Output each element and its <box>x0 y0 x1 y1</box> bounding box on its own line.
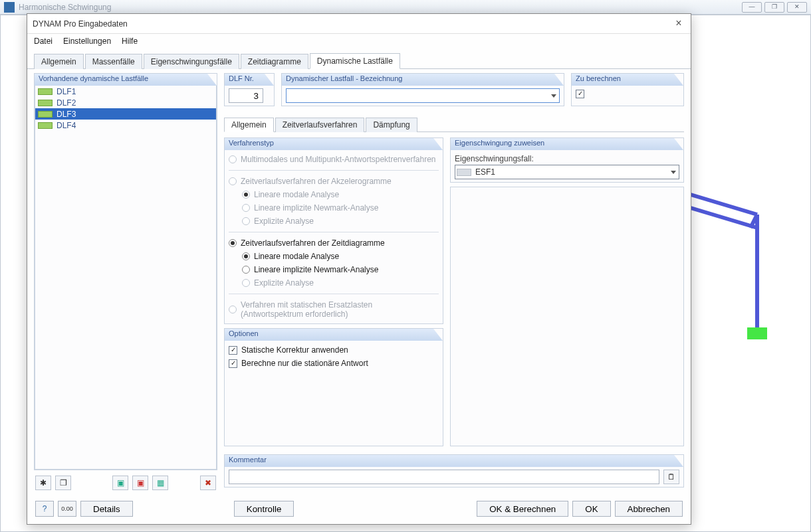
color-swatch-icon <box>457 169 471 176</box>
radio-icon <box>229 155 237 163</box>
list-item-dlf1[interactable]: DLF1 <box>35 86 216 97</box>
dynam-pro-dialog: DYNAM Pro Eingabedaten × Datei Einstellu… <box>27 13 691 525</box>
designation-combo[interactable] <box>286 88 560 103</box>
dialog-titlebar: DYNAM Pro Eingabedaten × <box>27 14 691 34</box>
checkbox-icon <box>229 359 237 368</box>
radio-zd-explicit: Explizite Analyse <box>229 276 439 290</box>
radio-ersatzlasten: Verfahren mit statischen Ersatzlasten (A… <box>229 298 439 321</box>
dlf-list[interactable]: DLF1 DLF2 DLF3 DLF4 <box>35 86 217 470</box>
list-item-label: DLF2 <box>57 98 76 108</box>
eigenschwingungsfall-select[interactable]: ESF1 <box>455 165 679 179</box>
color-swatch-icon <box>38 122 53 129</box>
checkbox-icon <box>229 346 237 355</box>
app-icon <box>4 2 15 13</box>
check-button-3[interactable]: ▦ <box>152 476 168 490</box>
delete-item-button[interactable]: ✖ <box>200 476 216 490</box>
new-item-button[interactable]: ✱ <box>35 476 51 490</box>
radio-icon <box>242 266 250 274</box>
svg-rect-4 <box>747 327 767 339</box>
details-button[interactable]: Details <box>80 501 133 517</box>
radio-zd-linear-modal[interactable]: Lineare modale Analyse <box>229 250 439 263</box>
units-button[interactable]: 0.00 <box>58 501 76 517</box>
uncheck-icon: ▣ <box>137 478 144 488</box>
list-item-dlf4[interactable]: DLF4 <box>35 120 216 131</box>
kommentar-pick-button[interactable]: 🗒 <box>663 470 679 484</box>
tab-massenfaelle[interactable]: Massenfälle <box>85 54 142 69</box>
kontrolle-button[interactable]: Kontrolle <box>234 501 294 517</box>
list-item-label: DLF4 <box>57 121 76 130</box>
tab-eigenschwingungsfaelle[interactable]: Eigenschwingungsfälle <box>144 54 239 69</box>
radio-icon <box>229 239 237 247</box>
dialog-menu-bar: Datei Einstellungen Hilfe <box>27 34 691 48</box>
parent-maximize-button[interactable]: ❐ <box>764 2 784 13</box>
left-toolbar: ✱ ❐ ▣ ▣ ▦ ✖ <box>34 474 217 491</box>
list-item-label: DLF3 <box>57 110 76 119</box>
main-tab-bar: Allgemein Massenfälle Eigenschwingungsfä… <box>27 48 691 69</box>
radio-icon <box>242 252 250 260</box>
color-swatch-icon <box>38 88 53 95</box>
menu-settings[interactable]: Einstellungen <box>63 37 111 46</box>
parent-titlebar: Harmonische Schwingung — ❐ ✕ <box>0 0 811 15</box>
dialog-title: DYNAM Pro Eingabedaten <box>33 19 128 29</box>
menu-file[interactable]: Datei <box>34 37 53 46</box>
check-button-1[interactable]: ▣ <box>112 476 128 490</box>
dialog-footer: ? 0.00 Details Kontrolle OK & Berechnen … <box>27 493 691 524</box>
designation-label: Dynamischer Lastfall - Bezeichnung <box>282 74 564 86</box>
dlf-nr-input[interactable] <box>229 88 263 103</box>
ok-berechnen-button[interactable]: OK & Berechnen <box>477 501 568 517</box>
compute-checkbox[interactable] <box>576 90 584 98</box>
help-button[interactable]: ? <box>35 501 54 517</box>
dialog-close-button[interactable]: × <box>672 17 685 31</box>
delete-icon: ✖ <box>205 478 211 488</box>
kommentar-combo[interactable] <box>229 470 659 484</box>
check-statische-korrektur[interactable]: Statische Korrektur anwenden <box>229 343 439 357</box>
subtab-allgemein[interactable]: Allgemein <box>224 118 274 132</box>
note-icon: 🗒 <box>667 472 675 482</box>
units-icon: 0.00 <box>61 505 73 512</box>
kommentar-header: Kommentar <box>225 455 683 467</box>
new-icon: ✱ <box>40 478 47 488</box>
eigenschwingungsfall-label: Eigenschwingungsfall: <box>455 153 679 165</box>
svg-line-0 <box>691 195 757 215</box>
radio-akz-linear-modal: Lineare modale Analyse <box>229 188 439 201</box>
dlf-nr-label: DLF Nr. <box>225 74 274 86</box>
optionen-header: Optionen <box>225 329 443 341</box>
svg-line-3 <box>751 215 757 228</box>
multi-check-icon: ▦ <box>157 478 164 488</box>
radio-akz-explicit: Explizite Analyse <box>229 215 439 228</box>
radio-multimodal: Multimodales und Multipunkt-Antwortspekt… <box>229 153 439 166</box>
svg-line-1 <box>691 208 757 228</box>
list-item-label: DLF1 <box>57 87 76 96</box>
parent-minimize-button[interactable]: — <box>742 2 762 13</box>
sub-tab-bar: Allgemein Zeitverlaufsverfahren Dämpfung <box>224 117 684 132</box>
left-list-header: Vorhandene dynamische Lastfälle <box>35 74 217 86</box>
chevron-down-icon <box>551 94 556 98</box>
abbrechen-button[interactable]: Abbrechen <box>615 501 683 517</box>
subtab-daempfung[interactable]: Dämpfung <box>366 118 417 132</box>
color-swatch-icon <box>38 100 53 106</box>
parent-title: Harmonische Schwingung <box>19 3 111 12</box>
radio-icon <box>242 204 250 212</box>
radio-icon <box>242 279 250 287</box>
check-stationaere-antwort[interactable]: Berechne nur die stationäre Antwort <box>229 357 439 370</box>
tab-dynamische-lastfaelle[interactable]: Dynamische Lastfälle <box>310 53 400 69</box>
radio-zeitdiagramme[interactable]: Zeitverlaufsverfahren der Zeitdiagramme <box>229 236 439 250</box>
check-button-2[interactable]: ▣ <box>132 476 148 490</box>
radio-akzelerogramme: Zeitverlaufsverfahren der Akzelerogramme <box>229 175 439 188</box>
list-item-dlf3[interactable]: DLF3 <box>35 108 216 120</box>
radio-icon <box>242 191 250 199</box>
tab-allgemein[interactable]: Allgemein <box>34 54 84 69</box>
verfahrenstyp-header: Verfahrenstyp <box>225 138 443 150</box>
copy-item-button[interactable]: ❐ <box>55 476 71 490</box>
parent-close-button[interactable]: ✕ <box>787 2 807 13</box>
radio-icon <box>229 306 237 313</box>
menu-help[interactable]: Hilfe <box>122 37 138 46</box>
list-item-dlf2[interactable]: DLF2 <box>35 97 216 108</box>
tab-zeitdiagramme[interactable]: Zeitdiagramme <box>241 54 308 69</box>
color-swatch-icon <box>38 111 53 118</box>
subtab-zeitverlauf[interactable]: Zeitverlaufsverfahren <box>275 118 365 132</box>
radio-zd-newmark[interactable]: Lineare implizite Newmark-Analyse <box>229 263 439 276</box>
compute-label: Zu berechnen <box>572 74 683 86</box>
chevron-down-icon <box>671 171 676 174</box>
ok-button[interactable]: OK <box>572 501 610 517</box>
